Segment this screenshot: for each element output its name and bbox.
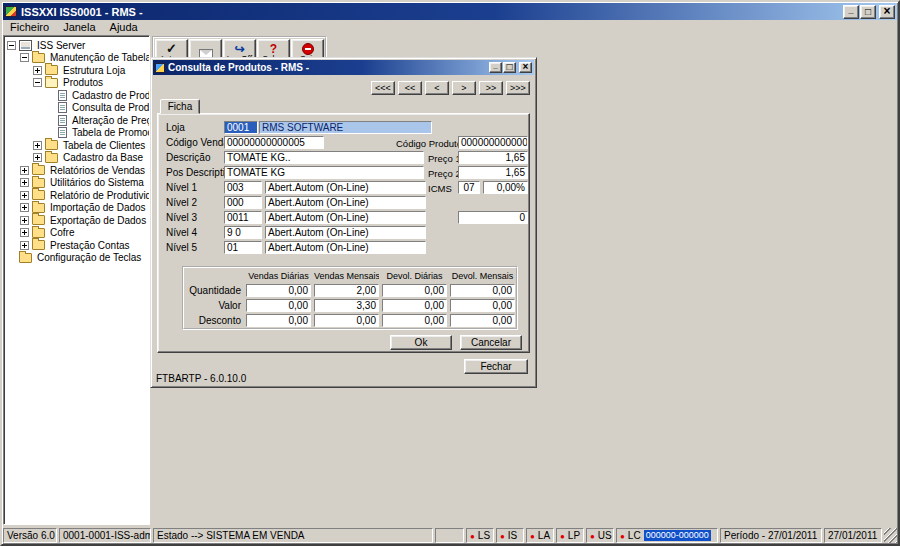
maximize-icon[interactable] bbox=[860, 5, 876, 19]
maximize-icon[interactable] bbox=[503, 62, 516, 73]
menu-ficheiro[interactable]: Ficheiro bbox=[3, 20, 56, 35]
led-label: LP bbox=[568, 530, 580, 541]
stat-cell: 0,00 bbox=[382, 299, 447, 312]
expand-icon[interactable] bbox=[33, 153, 42, 162]
stats-corner bbox=[187, 270, 243, 282]
expand-icon[interactable] bbox=[20, 178, 29, 187]
cancel-button[interactable]: Cancelar bbox=[460, 335, 522, 350]
tree-item-importacao-de-dados[interactable]: Importação de Dados bbox=[4, 202, 149, 215]
nivel5-code-field[interactable]: 01 bbox=[224, 241, 262, 254]
nivel3-desc-field[interactable]: Abert.Autom (On-Line) bbox=[265, 211, 426, 224]
tree-item-configuracao-de-teclas[interactable]: Configuração de Teclas bbox=[4, 252, 149, 265]
expand-icon[interactable] bbox=[33, 141, 42, 150]
codigo-venda-field[interactable]: 00000000000005 bbox=[224, 136, 324, 149]
navigation-tree: ISS Server Manutenção de Tabelas Estrutu… bbox=[3, 35, 150, 525]
preco1-label: Preço 1 bbox=[428, 153, 461, 164]
loja-name-field[interactable]: RMS SOFTWARE bbox=[259, 121, 432, 134]
nivel4-desc-field[interactable]: Abert.Autom (On-Line) bbox=[265, 226, 426, 239]
expand-icon[interactable] bbox=[20, 228, 29, 237]
tree-item-utilitarios-do-sistema[interactable]: Utilitários do Sistema bbox=[4, 177, 149, 190]
expand-icon[interactable] bbox=[20, 216, 29, 225]
expand-icon[interactable] bbox=[33, 66, 42, 75]
record-navigation: <<< << < > >> >>> bbox=[371, 81, 530, 95]
row-label-desconto: Desconto bbox=[187, 315, 243, 326]
dialog-titlebar: Consulta de Produtos - RMS - bbox=[153, 60, 534, 75]
last-record-button[interactable]: >>> bbox=[506, 81, 530, 95]
tree-item-cofre[interactable]: Cofre bbox=[4, 227, 149, 240]
menu-ajuda[interactable]: Ajuda bbox=[103, 20, 145, 35]
loja-code-field[interactable]: 0001 bbox=[224, 121, 258, 134]
form-row-nivel-3: Nível 3 0011 Abert.Autom (On-Line) 0 bbox=[158, 211, 529, 224]
first-record-button[interactable]: <<< bbox=[371, 81, 395, 95]
tree-item-iss-server[interactable]: ISS Server bbox=[4, 39, 149, 52]
close-icon[interactable] bbox=[879, 5, 895, 19]
folder-icon bbox=[45, 153, 58, 163]
nivel2-code-field[interactable]: 000 bbox=[224, 196, 262, 209]
tree-item-cadastro-de-produtos[interactable]: Cadastro de Produtos bbox=[4, 89, 149, 102]
nivel1-desc-field[interactable]: Abert.Autom (On-Line) bbox=[265, 181, 426, 194]
menu-janela[interactable]: Janela bbox=[56, 20, 102, 35]
tree-item-cadastro-da-base[interactable]: Cadastro da Base bbox=[4, 152, 149, 165]
codigo-produto-label: Código Produto bbox=[396, 138, 462, 149]
nivel2-desc-field[interactable]: Abert.Autom (On-Line) bbox=[265, 196, 426, 209]
preco1-field[interactable]: 1,65 bbox=[458, 151, 528, 164]
tree-item-relatorios-de-vendas[interactable]: Relatórios de Vendas bbox=[4, 164, 149, 177]
open-folder-icon bbox=[45, 78, 58, 88]
stat-cell: 0,00 bbox=[450, 299, 515, 312]
fechar-button[interactable]: Fechar bbox=[464, 359, 528, 374]
tree-item-produtos[interactable]: Produtos bbox=[4, 77, 149, 90]
collapse-icon[interactable] bbox=[20, 53, 29, 62]
tree-item-manutencao-de-tabelas[interactable]: Manutenção de Tabelas bbox=[4, 52, 149, 65]
nivel3-code-field[interactable]: 0011 bbox=[224, 211, 262, 224]
tree-item-alteracao-de-precos[interactable]: Alteração de Preços bbox=[4, 114, 149, 127]
descricao-field[interactable]: TOMATE KG.. bbox=[224, 151, 424, 164]
tree-item-consulta-de-produtos[interactable]: Consulta de Produtos bbox=[4, 102, 149, 115]
preco2-label: Preço 2 bbox=[428, 168, 461, 179]
expand-icon[interactable] bbox=[20, 191, 29, 200]
folder-icon bbox=[45, 65, 58, 75]
folder-icon bbox=[32, 165, 45, 175]
tree-item-prestacao-contas[interactable]: Prestação Contas bbox=[4, 239, 149, 252]
tree-item-tabela-de-clientes[interactable]: Tabela de Clientes bbox=[4, 139, 149, 152]
expand-icon[interactable] bbox=[20, 203, 29, 212]
resize-grip[interactable] bbox=[884, 528, 897, 543]
tab-ficha[interactable]: Ficha bbox=[160, 99, 200, 114]
collapse-icon[interactable] bbox=[7, 41, 16, 50]
dialog-icon bbox=[155, 63, 165, 73]
ok-button[interactable]: Ok bbox=[390, 335, 452, 350]
tree-item-tabela-de-promocoes[interactable]: Tabela de Promoções bbox=[4, 127, 149, 140]
codigo-venda-label: Código Venda bbox=[166, 137, 229, 148]
close-icon[interactable] bbox=[519, 62, 532, 73]
app-icon bbox=[5, 6, 17, 17]
tree-item-exportacao-de-dados[interactable]: Exportação de Dados bbox=[4, 214, 149, 227]
tree-item-estrutura-loja[interactable]: Estrutura Loja bbox=[4, 64, 149, 77]
expand-icon[interactable] bbox=[20, 241, 29, 250]
statusbar-estado: Estado --> SISTEMA EM VENDA bbox=[153, 528, 433, 543]
next-record-button[interactable]: > bbox=[452, 81, 476, 95]
status-led-la: LA bbox=[526, 528, 554, 543]
consulta-produtos-window: Consulta de Produtos - RMS - <<< << < > … bbox=[150, 57, 537, 388]
prev-record-button[interactable]: < bbox=[425, 81, 449, 95]
stat-cell: 2,00 bbox=[314, 284, 379, 297]
led-icon bbox=[500, 530, 505, 541]
content-area: Actua. LogOff Sobre Sair bbox=[150, 35, 897, 525]
pos-description-field[interactable]: TOMATE KG bbox=[224, 166, 424, 179]
icms-pct-field[interactable]: 0,00% bbox=[483, 181, 528, 194]
col-header-devol-diarias: Devol. Diárias bbox=[382, 270, 447, 282]
nivel1-code-field[interactable]: 003 bbox=[224, 181, 262, 194]
preco2-field[interactable]: 1,65 bbox=[458, 166, 528, 179]
nivel4-code-field[interactable]: 9 0 bbox=[224, 226, 262, 239]
fast-next-button[interactable]: >> bbox=[479, 81, 503, 95]
tree-item-relatorio-de-produtividade[interactable]: Relatório de Produtividade bbox=[4, 189, 149, 202]
minimize-icon[interactable] bbox=[843, 5, 859, 19]
codigo-produto-field[interactable]: 00000000000005 bbox=[458, 136, 528, 149]
collapse-icon[interactable] bbox=[33, 78, 42, 87]
extra-zero-field[interactable]: 0 bbox=[458, 211, 528, 224]
nivel5-desc-field[interactable]: Abert.Autom (On-Line) bbox=[265, 241, 426, 254]
icms-label: ICMS bbox=[428, 183, 452, 194]
fast-prev-button[interactable]: << bbox=[398, 81, 422, 95]
icms-code-field[interactable]: 07 bbox=[458, 181, 480, 194]
document-icon bbox=[58, 102, 67, 113]
minimize-icon[interactable] bbox=[489, 62, 502, 73]
expand-icon[interactable] bbox=[20, 166, 29, 175]
